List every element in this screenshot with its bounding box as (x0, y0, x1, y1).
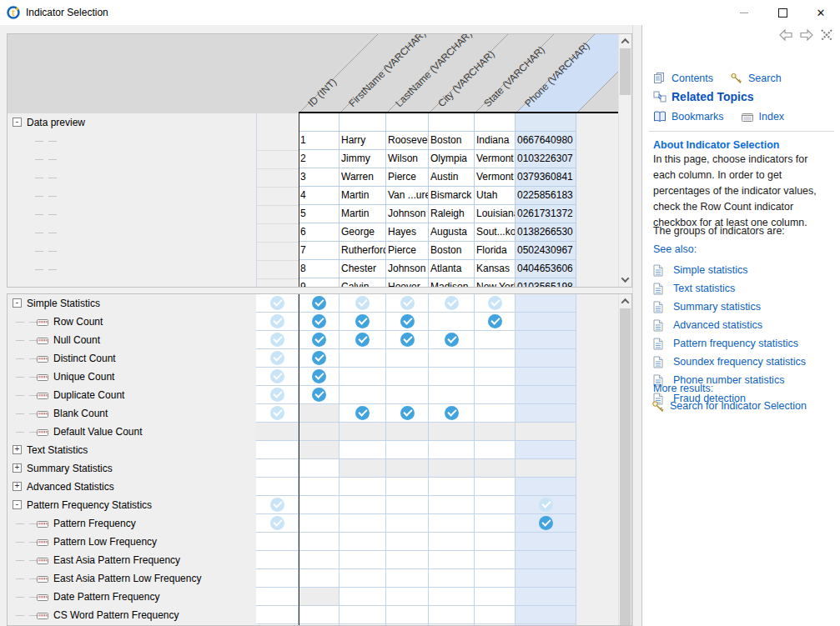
indicator-checkbox-cell[interactable] (386, 606, 429, 624)
contents-link[interactable]: Contents (671, 73, 713, 84)
indicator-checkbox-cell[interactable] (386, 533, 429, 551)
indicator-checkbox-cell[interactable] (386, 478, 429, 496)
indicator-checkbox-cell[interactable] (475, 496, 516, 514)
collapse-toggle-icon[interactable]: - (13, 118, 22, 127)
indicator-checkbox-cell[interactable] (386, 514, 429, 533)
indicator-checkbox-cell[interactable] (386, 331, 429, 349)
indicator-checkbox-cell[interactable] (516, 514, 576, 533)
indicator-checkbox-cell[interactable] (516, 569, 576, 588)
indicator-checkbox-cell[interactable] (475, 441, 516, 459)
indicator-checkbox-cell[interactable] (386, 368, 429, 386)
indicator-checkbox-cell[interactable] (516, 386, 576, 404)
indicator-checkbox-cell[interactable] (429, 368, 475, 386)
indicator-checkbox-cell[interactable] (475, 551, 516, 569)
indicator-checkbox-cell[interactable] (386, 551, 429, 569)
indicator-checkbox-cell[interactable] (386, 313, 429, 331)
indicator-checkbox-cell[interactable] (256, 459, 299, 478)
indicator-checkbox-cell[interactable] (299, 569, 340, 588)
scrollbar-thumb[interactable] (620, 48, 631, 95)
indicator-checkbox-cell[interactable] (256, 551, 299, 569)
indicator-checkbox-cell[interactable] (429, 331, 475, 349)
indicator-checkbox-cell[interactable] (340, 533, 386, 551)
indicator-checkbox-cell[interactable] (299, 368, 340, 386)
indicator-checkbox-cell[interactable] (429, 606, 475, 624)
indicator-checkbox-cell[interactable] (340, 349, 386, 368)
indicator-checkbox-cell[interactable] (386, 569, 429, 588)
indicator-checkbox-cell[interactable] (256, 606, 299, 624)
indicator-checkbox-cell[interactable] (429, 404, 475, 423)
indicator-checkbox-cell[interactable] (299, 349, 340, 368)
group-row-advanced-statistics[interactable]: +Advanced Statistics (8, 478, 256, 497)
group-row-summary-statistics[interactable]: +Summary Statistics (8, 459, 256, 478)
indicator-checkbox-cell[interactable] (256, 331, 299, 349)
indicator-checkbox-cell[interactable] (516, 551, 576, 569)
indicator-checkbox-cell[interactable] (299, 459, 340, 478)
indicator-checkbox-cell[interactable] (340, 368, 386, 386)
indicator-checkbox-cell[interactable] (340, 496, 386, 514)
indicator-checkbox-cell[interactable] (299, 386, 340, 404)
indicator-checkbox-cell[interactable] (475, 533, 516, 551)
minimize-button[interactable] (725, 0, 763, 25)
indicator-checkbox-cell[interactable] (340, 514, 386, 533)
indicator-checkbox-cell[interactable] (299, 514, 340, 533)
collapse-toggle-icon[interactable]: - (13, 298, 22, 308)
indicator-checkbox-cell[interactable] (256, 294, 299, 313)
indicator-scrollbar[interactable] (618, 294, 631, 625)
indicator-checkbox-cell[interactable] (340, 478, 386, 496)
indicator-checkbox-cell[interactable] (429, 349, 475, 368)
indicator-checkbox-cell[interactable] (516, 368, 576, 386)
indicator-checkbox-cell[interactable] (299, 478, 340, 496)
indicator-checkbox-cell[interactable] (299, 313, 340, 331)
indicator-checkbox-cell[interactable] (475, 404, 516, 423)
indicator-checkbox-cell[interactable] (299, 551, 340, 569)
indicator-checkbox-cell[interactable] (475, 313, 516, 331)
indicator-checkbox-cell[interactable] (429, 478, 475, 496)
indicator-checkbox-cell[interactable] (340, 331, 386, 349)
search-for-topic-link[interactable]: Search for Indicator Selection (670, 400, 807, 412)
indicator-checkbox-cell[interactable] (386, 349, 429, 368)
group-row-pattern-frequency-statistics[interactable]: -Pattern Frequency Statistics (8, 496, 256, 515)
group-row-text-statistics[interactable]: +Text Statistics (8, 441, 256, 460)
collapse-toggle-icon[interactable]: - (13, 500, 22, 509)
maximize-button[interactable] (763, 0, 802, 25)
indicator-checkbox-cell[interactable] (256, 441, 299, 459)
bookmarks-link[interactable]: Bookmarks (671, 111, 724, 123)
search-nav-link[interactable]: Search (748, 73, 782, 84)
indicator-checkbox-cell[interactable] (386, 441, 429, 459)
indicator-checkbox-cell[interactable] (475, 349, 516, 368)
indicator-checkbox-cell[interactable] (516, 313, 576, 331)
indicator-checkbox-cell[interactable] (299, 606, 340, 624)
indicator-checkbox-cell[interactable] (299, 496, 340, 514)
indicator-checkbox-cell[interactable] (475, 588, 516, 606)
scrollbar-thumb[interactable] (620, 308, 631, 625)
indicator-checkbox-cell[interactable] (475, 331, 516, 349)
indicator-checkbox-cell[interactable] (429, 551, 475, 569)
indicator-checkbox-cell[interactable] (386, 386, 429, 404)
topic-link-simple-statistics[interactable]: Simple statistics (673, 264, 748, 276)
indicator-checkbox-cell[interactable] (256, 386, 299, 404)
indicator-checkbox-cell[interactable] (340, 551, 386, 569)
preview-scrollbar[interactable] (618, 34, 631, 287)
indicator-checkbox-cell[interactable] (340, 294, 386, 313)
indicator-checkbox-cell[interactable] (516, 588, 576, 606)
indicator-checkbox-cell[interactable] (256, 496, 299, 514)
expand-toggle-icon[interactable]: + (13, 482, 22, 491)
indicator-checkbox-cell[interactable] (516, 533, 576, 551)
indicator-checkbox-cell[interactable] (475, 514, 516, 533)
indicator-checkbox-cell[interactable] (516, 331, 576, 349)
scroll-up-button[interactable] (619, 34, 631, 48)
related-topics-link[interactable]: Related Topics (671, 90, 754, 103)
indicator-checkbox-cell[interactable] (516, 441, 576, 459)
indicator-checkbox-cell[interactable] (475, 478, 516, 496)
see-also-link[interactable]: See also: (653, 243, 697, 255)
indicator-checkbox-cell[interactable] (475, 294, 516, 313)
indicator-checkbox-cell[interactable] (340, 441, 386, 459)
group-row-simple-statistics[interactable]: -Simple Statistics (8, 294, 256, 313)
indicator-checkbox-cell[interactable] (256, 533, 299, 551)
indicator-checkbox-cell[interactable] (516, 478, 576, 496)
topic-link-advanced-statistics[interactable]: Advanced statistics (673, 319, 762, 331)
scroll-up-button[interactable] (619, 294, 631, 308)
indicator-checkbox-cell[interactable] (256, 349, 299, 368)
indicator-checkbox-cell[interactable] (256, 478, 299, 496)
indicator-checkbox-cell[interactable] (299, 294, 340, 313)
